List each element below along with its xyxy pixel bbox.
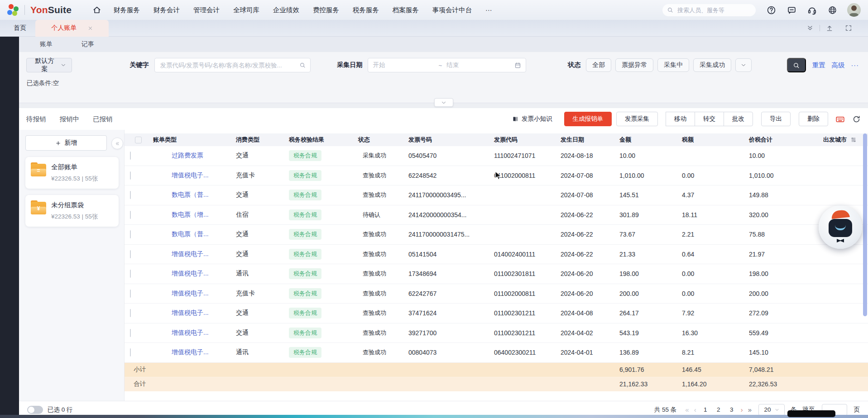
table-row[interactable]: 增值税电子... 充值卡 税务合规 查验成功 62248542 01100200… [125, 166, 868, 186]
bill-type-link[interactable]: 增值税电子... [172, 270, 209, 278]
advanced-link[interactable]: 高级 [832, 61, 845, 70]
nav-item[interactable]: 档案服务 [386, 4, 426, 17]
keyboard-icon[interactable] [835, 114, 845, 124]
status-chip[interactable]: 采集中 [657, 58, 689, 72]
global-search-input[interactable] [676, 6, 751, 14]
table-row[interactable]: 数电票（普... 交通 税务合规 查验成功 2411700000031475..… [125, 225, 868, 245]
bill-type-link[interactable]: 增值税电子... [172, 309, 209, 317]
date-end-field[interactable]: 结束 [446, 61, 459, 69]
headset-icon[interactable] [807, 5, 817, 15]
assistant-robot[interactable] [818, 204, 863, 250]
reset-link[interactable]: 重置 [812, 61, 825, 70]
row-checkbox[interactable] [130, 290, 131, 298]
table-row[interactable]: 增值税电子... 交通 税务合规 查验成功 05141504 014002400… [125, 245, 868, 265]
nav-item[interactable]: 全球司库 [226, 4, 266, 17]
keyword-input[interactable] [154, 58, 311, 72]
keyword-field[interactable] [159, 62, 296, 69]
generate-expense-button[interactable]: 生成报销单 [564, 112, 612, 126]
filter-search-button[interactable] [787, 58, 806, 72]
home-icon[interactable] [92, 5, 101, 14]
row-checkbox[interactable] [130, 152, 131, 160]
nav-item[interactable]: 财务服务 [107, 4, 147, 17]
vertical-scrollbar[interactable] [863, 133, 867, 316]
row-checkbox[interactable] [130, 171, 131, 180]
prev-page-button[interactable]: ‹ [693, 406, 697, 413]
upload-icon[interactable] [826, 24, 833, 32]
next-page-button[interactable]: › [740, 406, 744, 413]
export-button[interactable]: 导出 [761, 112, 791, 126]
delete-button[interactable]: 删除 [799, 112, 828, 126]
bill-type-link[interactable]: 增值税电子... [172, 171, 209, 180]
avatar[interactable] [847, 3, 861, 17]
status-chip[interactable]: 采集成功 [693, 58, 731, 72]
row-checkbox[interactable] [130, 230, 131, 238]
date-start-field[interactable]: 开始 [373, 61, 385, 69]
bill-type-link[interactable]: 增值税电子... [172, 348, 209, 356]
bill-type-link[interactable]: 过路费发票 [172, 152, 203, 160]
invoice-collect-button[interactable]: 发票采集 [616, 112, 658, 126]
bill-type-link[interactable]: 数电票（普... [172, 191, 209, 199]
yonyou-logo[interactable] [7, 4, 19, 16]
nav-item[interactable]: 财务会计 [147, 4, 187, 17]
nav-item[interactable]: 管理会计 [187, 4, 226, 17]
bottom-scroll-strip[interactable] [0, 415, 868, 418]
last-page-button[interactable]: » [747, 406, 753, 413]
expand-icon[interactable] [845, 24, 852, 32]
nav-item[interactable]: 企业绩效 [266, 4, 306, 17]
collapse-filter-button[interactable] [434, 98, 453, 107]
row-checkbox[interactable] [130, 191, 131, 199]
add-group-button[interactable]: 新增 [25, 135, 107, 151]
refresh-icon[interactable] [852, 115, 861, 124]
chevrons-down-icon[interactable] [806, 24, 814, 32]
tab-personal-bill[interactable]: 个人账单 [35, 20, 109, 37]
nav-item[interactable]: 费控服务 [306, 4, 346, 17]
row-checkbox[interactable] [130, 348, 131, 356]
globe-icon[interactable] [828, 5, 837, 15]
row-checkbox[interactable] [130, 329, 131, 337]
more-link[interactable]: ··· [851, 62, 859, 69]
global-search[interactable] [662, 4, 756, 16]
column-settings-icon[interactable] [850, 137, 857, 143]
filter-tab[interactable]: 账单 [25, 37, 67, 52]
group-action-button[interactable]: 批改 [724, 112, 753, 126]
collapse-panel-button[interactable] [111, 138, 123, 149]
status-chip[interactable]: 票据异常 [615, 58, 653, 72]
page-button[interactable]: 3 [727, 405, 737, 415]
tab-home[interactable]: 首页 [14, 24, 26, 32]
list-tab[interactable]: 已报销 [93, 108, 113, 130]
row-checkbox[interactable] [130, 270, 131, 278]
calendar-icon[interactable] [514, 62, 521, 69]
help-icon[interactable] [767, 5, 776, 15]
status-chip[interactable]: 全部 [586, 58, 611, 72]
first-page-button[interactable]: « [684, 406, 690, 413]
select-all-checkbox[interactable] [135, 137, 142, 143]
page-button[interactable]: 1 [700, 405, 710, 415]
table-row[interactable]: 增值税电子... 通讯 税务合规 查验成功 17348694 011002301… [125, 264, 868, 284]
row-checkbox[interactable] [130, 250, 131, 258]
list-tab[interactable]: 待报销 [26, 108, 46, 130]
page-size-select[interactable]: 20 [758, 404, 785, 416]
table-row[interactable]: 数电票（普... 交通 税务合规 查验成功 241170000003495...… [125, 185, 868, 205]
ticket-group-card[interactable]: ¥ 未分组票袋 ¥22326.53 | 55张 [25, 195, 119, 227]
bill-type-link[interactable]: 数电票（增... [172, 211, 209, 219]
bill-type-link[interactable]: 增值税电子... [172, 329, 209, 337]
table-row[interactable]: 增值税电子... 充值卡 税务合规 查验成功 62242767 01100200… [125, 284, 868, 304]
table-row[interactable]: 过路费发票 交通 税务合规 采集成功 05405470 111002471071… [125, 146, 868, 166]
nav-item[interactable]: 事项会计中台 [426, 4, 479, 17]
group-action-button[interactable]: 移动 [666, 112, 695, 126]
close-icon[interactable] [88, 26, 93, 31]
scheme-select[interactable]: 默认方案 [26, 58, 72, 72]
nav-item[interactable]: ··· [479, 4, 499, 16]
date-range-input[interactable]: 开始 ~ 结束 [368, 58, 526, 72]
nav-item[interactable]: 税务服务 [346, 4, 386, 17]
row-checkbox[interactable] [130, 309, 131, 317]
bill-type-link[interactable]: 增值税电子... [172, 250, 209, 258]
list-tab[interactable]: 报销中 [60, 108, 80, 130]
table-row[interactable]: 增值税电子... 通讯 税务合规 查验成功 00804073 064002300… [125, 343, 868, 363]
bill-type-link[interactable]: 增值税电子... [172, 290, 209, 298]
group-action-button[interactable]: 转交 [695, 112, 724, 126]
row-checkbox[interactable] [130, 211, 131, 219]
table-row[interactable]: 数电票（增... 住宿 税务合规 待确认 241420000000354... … [125, 205, 868, 225]
status-more-button[interactable] [735, 58, 751, 72]
bill-type-link[interactable]: 数电票（普... [172, 230, 209, 238]
